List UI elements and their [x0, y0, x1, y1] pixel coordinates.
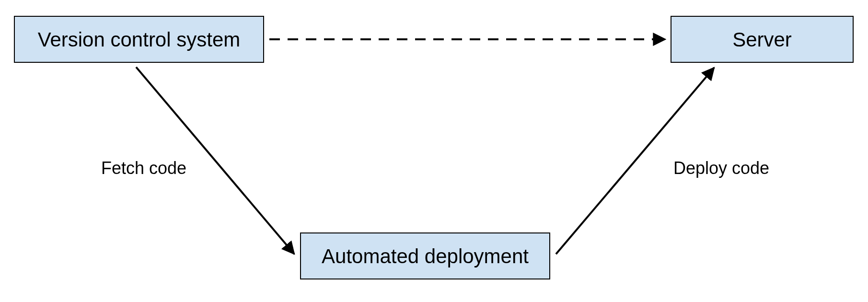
- node-label-automated-deployment: Automated deployment: [322, 245, 529, 267]
- node-server: Server: [671, 16, 853, 62]
- node-version-control-system: Version control system: [14, 16, 264, 62]
- node-automated-deployment: Automated deployment: [301, 233, 550, 279]
- edge-deploy-code: Deploy code: [556, 68, 769, 254]
- edge-label-fetch-code: Fetch code: [101, 158, 186, 178]
- edge-label-deploy-code: Deploy code: [673, 158, 769, 178]
- edge-fetch-code: Fetch code: [101, 67, 294, 254]
- node-label-version-control-system: Version control system: [38, 28, 241, 51]
- node-label-server: Server: [732, 28, 792, 51]
- deployment-diagram: Version control system Server Automated …: [0, 0, 868, 302]
